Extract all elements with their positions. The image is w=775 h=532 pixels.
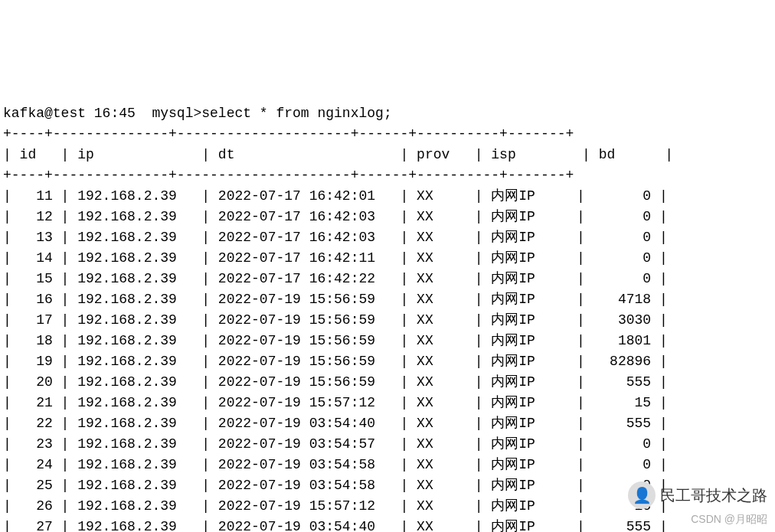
- sql-prompt: kafka@test 16:45 mysql>select * from ngi…: [3, 106, 392, 121]
- csdn-watermark: CSDN @月昭昭: [691, 511, 767, 527]
- avatar-icon: 👤: [628, 481, 656, 509]
- table-body: | 11 | 192.168.2.39 | 2022-07-17 16:42:0…: [3, 188, 668, 532]
- table-border-top: +----+--------------+-------------------…: [3, 126, 574, 142]
- table-header-row: | id | ip | dt | prov | isp | bd |: [3, 147, 673, 162]
- terminal-output: kafka@test 16:45 mysql>select * from ngi…: [0, 83, 775, 532]
- watermark-label: 民工哥技术之路: [660, 484, 767, 507]
- watermark: 👤 民工哥技术之路: [628, 481, 767, 509]
- table-border-mid: +----+--------------+-------------------…: [3, 168, 574, 183]
